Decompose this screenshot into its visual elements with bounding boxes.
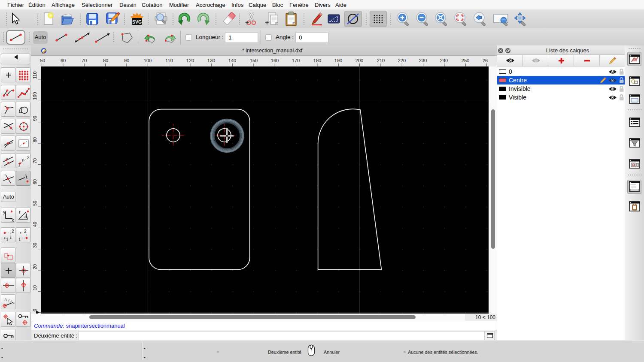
svg-text:2: 2 bbox=[27, 155, 30, 160]
svg-text:100: 100 bbox=[32, 92, 37, 100]
svg-text:250: 250 bbox=[462, 58, 469, 63]
svg-text:140: 140 bbox=[228, 58, 236, 63]
svg-text:200: 200 bbox=[355, 58, 363, 63]
svg-text:230: 230 bbox=[419, 58, 427, 63]
svg-text:90: 90 bbox=[124, 58, 129, 63]
svg-text:70: 70 bbox=[32, 158, 37, 163]
svg-text:50: 50 bbox=[40, 58, 45, 63]
svg-text:190: 190 bbox=[334, 58, 342, 63]
svg-text:r: r bbox=[19, 209, 21, 214]
svg-text:x: x bbox=[12, 217, 14, 223]
svg-text:80: 80 bbox=[103, 58, 108, 63]
svg-text:70: 70 bbox=[82, 58, 87, 63]
svg-text:180: 180 bbox=[313, 58, 321, 63]
svg-text:90: 90 bbox=[32, 116, 37, 121]
svg-text:26: 26 bbox=[483, 58, 488, 63]
svg-text:20: 20 bbox=[32, 264, 37, 269]
svg-text:120: 120 bbox=[186, 58, 194, 63]
svg-text:1: 1 bbox=[18, 237, 21, 242]
svg-text:110: 110 bbox=[32, 71, 37, 79]
svg-text:30: 30 bbox=[32, 243, 37, 248]
svg-text:SVG: SVG bbox=[132, 19, 142, 24]
svg-text:40: 40 bbox=[32, 222, 37, 227]
svg-text:2: 2 bbox=[24, 229, 27, 234]
svg-text:a: a bbox=[24, 214, 27, 219]
svg-text:130: 130 bbox=[207, 58, 215, 63]
svg-text:60: 60 bbox=[32, 179, 37, 184]
svg-text:2: 2 bbox=[12, 229, 14, 234]
svg-text:80: 80 bbox=[32, 137, 37, 142]
svg-text:220: 220 bbox=[398, 58, 406, 63]
svg-text:240: 240 bbox=[440, 58, 448, 63]
svg-text:170: 170 bbox=[292, 58, 300, 63]
svg-text:100: 100 bbox=[144, 58, 152, 63]
svg-text:160: 160 bbox=[271, 58, 279, 63]
svg-text:1: 1 bbox=[6, 237, 9, 242]
svg-text:210: 210 bbox=[377, 58, 385, 63]
svg-text:y: y bbox=[3, 209, 6, 214]
svg-text:110: 110 bbox=[165, 58, 173, 63]
svg-text:50: 50 bbox=[32, 201, 37, 206]
svg-text:60: 60 bbox=[61, 58, 66, 63]
svg-text:10: 10 bbox=[32, 285, 37, 290]
svg-text:150: 150 bbox=[250, 58, 258, 63]
